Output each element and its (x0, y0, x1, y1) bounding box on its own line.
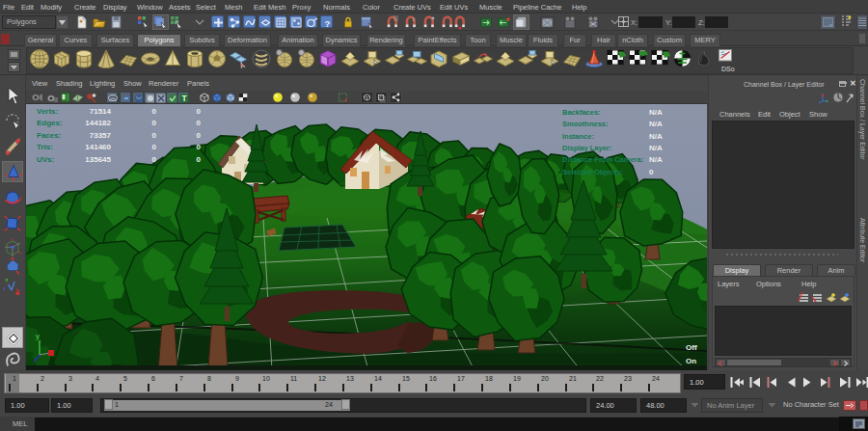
svg-text:T: T (181, 94, 187, 103)
svg-text:y: y (36, 332, 40, 340)
svg-text:?: ? (325, 18, 331, 29)
